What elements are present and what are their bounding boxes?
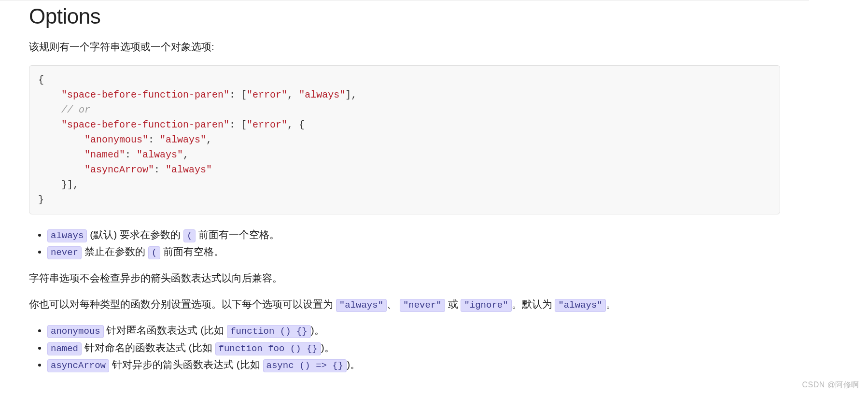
list-item-text: )。	[347, 359, 360, 370]
list-item-text: 针对匿名函数表达式 (比如	[104, 325, 227, 336]
options-list-1: always (默认) 要求在参数的 ( 前面有一个空格。 never 禁止在参…	[29, 227, 780, 260]
code-inline-asyncarrow: asyncArrow	[47, 359, 109, 372]
list-item: anonymous 针对匿名函数表达式 (比如 function () {})。	[47, 323, 780, 339]
list-item-text: )。	[311, 325, 324, 336]
code-inline-example: async () => {}	[263, 359, 347, 372]
list-item: never 禁止在参数的 ( 前面有空格。	[47, 244, 780, 260]
paragraph-text: 你也可以对每种类型的函数分别设置选项。以下每个选项可以设置为	[29, 298, 336, 310]
list-item-text: 禁止在参数的	[82, 246, 148, 257]
section-heading: Options	[29, 4, 780, 28]
list-item-text: 针对异步的箭头函数表达式 (比如	[109, 359, 263, 370]
paragraph-text: 。	[606, 298, 616, 310]
paragraph-text: 或	[445, 298, 461, 310]
paragraph-text: 。默认为	[512, 298, 555, 310]
paragraph: 你也可以对每种类型的函数分别设置选项。以下每个选项可以设置为 "always"、…	[29, 297, 780, 312]
code-inline-paren: (	[183, 229, 196, 242]
code-inline-paren: (	[148, 246, 160, 259]
top-divider	[0, 0, 809, 0]
list-item-text: )。	[321, 342, 335, 353]
code-inline-never: never	[47, 246, 82, 259]
code-inline-always-quoted: "always"	[555, 299, 605, 312]
list-item-text: (默认) 要求在参数的	[87, 229, 183, 240]
code-inline-named: named	[47, 342, 82, 355]
code-inline-never-quoted: "never"	[400, 299, 445, 312]
list-item-text: 前面有一个空格。	[196, 229, 280, 240]
paragraph: 字符串选项不会检查异步的箭头函数表达式以向后兼容。	[29, 270, 780, 286]
code-inline-anonymous: anonymous	[47, 325, 104, 338]
watermark: CSDN @阿修啊	[802, 380, 859, 390]
list-item-text: 针对命名的函数表达式 (比如	[82, 342, 215, 353]
options-list-2: anonymous 针对匿名函数表达式 (比如 function () {})。…	[29, 323, 780, 373]
list-item: named 针对命名的函数表达式 (比如 function foo () {})…	[47, 340, 780, 356]
intro-paragraph: 该规则有一个字符串选项或一个对象选项:	[29, 39, 780, 55]
list-item-text: 前面有空格。	[160, 246, 224, 257]
code-block: { "space-before-function-paren": ["error…	[29, 65, 780, 214]
code-inline-example: function () {}	[227, 325, 311, 338]
code-inline-always-quoted: "always"	[336, 299, 387, 312]
code-inline-always: always	[47, 229, 87, 242]
list-item: asyncArrow 针对异步的箭头函数表达式 (比如 async () => …	[47, 357, 780, 373]
code-inline-example: function foo () {}	[215, 342, 321, 355]
code-inline-ignore-quoted: "ignore"	[461, 299, 511, 312]
document-page: Options 该规则有一个字符串选项或一个对象选项: { "space-bef…	[0, 0, 809, 396]
paragraph-text: 、	[387, 298, 397, 310]
list-item: always (默认) 要求在参数的 ( 前面有一个空格。	[47, 227, 780, 243]
